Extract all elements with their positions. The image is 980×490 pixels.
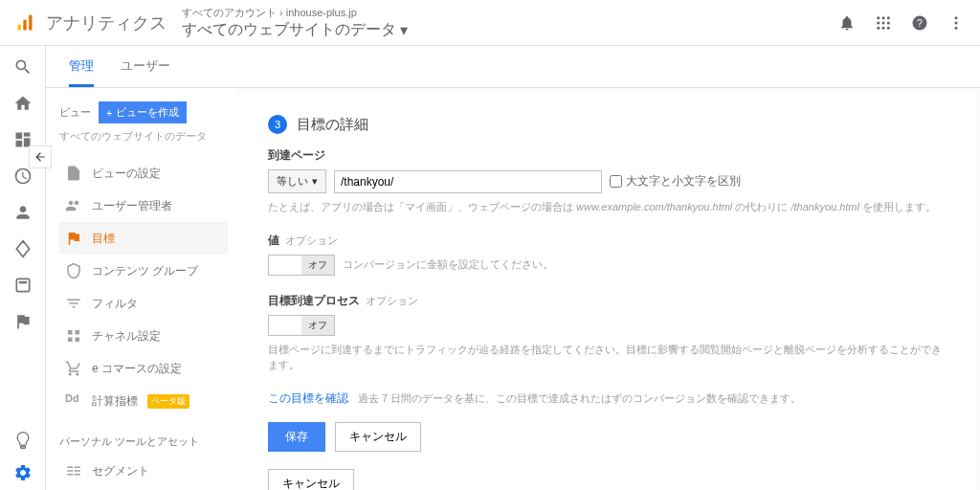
value-toggle[interactable]: オフ [268,255,335,276]
view-label: ビュー [59,105,91,120]
save-button[interactable]: 保存 [268,422,325,452]
match-type-value: 等しい [277,174,308,189]
create-view-label: ビューを作成 [116,105,179,120]
behavior-icon[interactable] [13,276,33,295]
match-type-dropdown[interactable]: 等しい▾ [268,169,326,193]
search-icon[interactable] [13,57,33,77]
help-icon[interactable]: ? [911,14,928,32]
tab-user[interactable]: ユーザー [121,57,170,87]
toggle-off-label: オフ [301,256,334,275]
breadcrumb-sep: › [279,7,286,18]
top-bar: アナリティクス すべてのアカウント › inhouse-plus.jp すべての… [0,0,980,46]
group-icon [65,262,82,279]
svg-rect-26 [76,338,80,343]
cancel-button-outer[interactable]: キャンセル [268,469,354,491]
svg-point-11 [887,26,890,29]
person-icon[interactable] [13,203,33,222]
goal-details-panel: 3 目標の詳細 到達ページ 等しい▾ 大文字と小文字を区別 たとえば、アプリの場… [237,92,976,490]
svg-point-10 [882,26,885,29]
step-number: 3 [268,115,287,134]
nav-label: ユーザー管理者 [92,198,172,214]
filter-icon [65,295,82,312]
logo-area: アナリティクス [15,11,182,34]
channel-icon [65,327,82,345]
nav-calculated-metrics[interactable]: Dd計算指標ベータ版 [59,385,228,417]
cart-icon [65,360,82,377]
analytics-logo-icon [15,13,34,33]
svg-point-9 [877,26,880,29]
nav-label: セグメント [92,463,149,479]
svg-point-8 [887,21,890,24]
create-view-button[interactable]: +ビューを作成 [99,101,187,123]
chevron-down-icon: ▾ [312,175,318,188]
breadcrumb[interactable]: すべてのアカウント › inhouse-plus.jp すべてのウェブサイトのデ… [182,6,408,40]
cancel-button[interactable]: キャンセル [335,422,421,452]
arrow-back-icon [33,150,47,164]
breadcrumb-prefix: すべてのアカウント [182,7,277,18]
svg-point-6 [877,21,880,24]
nav-label: e コマースの設定 [92,361,182,377]
nav-label: 計算指標 [92,393,138,410]
destination-label: 到達ページ [268,147,946,164]
svg-rect-2 [29,14,32,30]
home-icon[interactable] [13,94,33,113]
nav-user-management[interactable]: ユーザー管理者 [59,189,228,222]
svg-point-5 [887,16,890,19]
clock-icon[interactable] [13,167,33,186]
apps-icon[interactable] [875,14,892,32]
nav-goals[interactable]: 目標 [59,222,228,255]
step-title: 目標の詳細 [297,116,368,134]
plus-icon: + [106,107,112,119]
document-icon [65,165,82,182]
nav-view-settings[interactable]: ビューの設定 [59,157,228,189]
nav-channel-settings[interactable]: チャネル設定 [59,320,228,352]
svg-point-16 [955,26,958,29]
option-text: オプション [285,234,338,246]
segment-icon [65,462,82,479]
verify-goal-link[interactable]: この目標を確認 [268,390,348,407]
svg-rect-21 [16,278,29,291]
nav-label: チャネル設定 [92,328,161,345]
toggle-off-label: オフ [301,316,334,335]
funnel-help: 目標ページに到達するまでにトラフィックが辿る経路を指定してください。目標に影響す… [268,342,946,373]
view-column: ビュー +ビューを作成 すべてのウェブサイトのデータ ビューの設定 ユーザー管理… [46,88,237,490]
discover-icon[interactable] [13,431,33,450]
destination-help: たとえば、アプリの場合は「マイ画面」、ウェブページの場合は www.exampl… [268,199,946,215]
acquisition-icon[interactable] [13,239,33,258]
nav-label: 目標 [92,231,115,247]
chevron-down-icon: ▾ [400,21,408,39]
value-help: コンバージョンに金額を設定してください。 [343,256,553,273]
svg-rect-22 [18,281,26,284]
destination-input[interactable] [334,170,602,193]
view-title-row[interactable]: すべてのウェブサイトのデータ ▾ [182,20,408,40]
svg-rect-23 [68,330,73,335]
case-sensitive-checkbox[interactable] [610,175,622,188]
svg-point-7 [882,21,885,24]
verify-help: 過去 7 日間のデータを基に、この目標で達成されたはずのコンバージョン数を確認で… [358,390,801,407]
people-icon [65,197,82,214]
bell-icon[interactable] [838,14,856,32]
svg-rect-24 [76,330,80,335]
nav-label: フィルタ [92,296,138,312]
option-text: オプション [366,295,418,306]
svg-point-14 [955,16,958,19]
svg-rect-20 [15,141,22,147]
funnel-toggle[interactable]: オフ [268,315,335,336]
svg-point-15 [955,21,958,24]
nav-filters[interactable]: フィルタ [59,287,228,320]
nav-segments[interactable]: セグメント [59,455,228,487]
svg-point-3 [877,16,880,19]
svg-rect-1 [23,19,26,30]
case-label: 大文字と小文字を区別 [626,173,741,189]
left-rail [0,46,46,490]
brand-text: アナリティクス [46,11,167,34]
breadcrumb-top: すべてのアカウント › inhouse-plus.jp [182,6,408,20]
tab-admin[interactable]: 管理 [69,57,94,87]
nav-content-grouping[interactable]: コンテンツ グループ [59,255,228,287]
gear-icon[interactable] [13,463,33,482]
back-button[interactable] [29,145,52,168]
more-vert-icon[interactable] [947,14,965,32]
flag-icon[interactable] [13,312,33,331]
nav-ecommerce[interactable]: e コマースの設定 [59,352,228,385]
nav-label: コンテンツ グループ [92,263,198,279]
